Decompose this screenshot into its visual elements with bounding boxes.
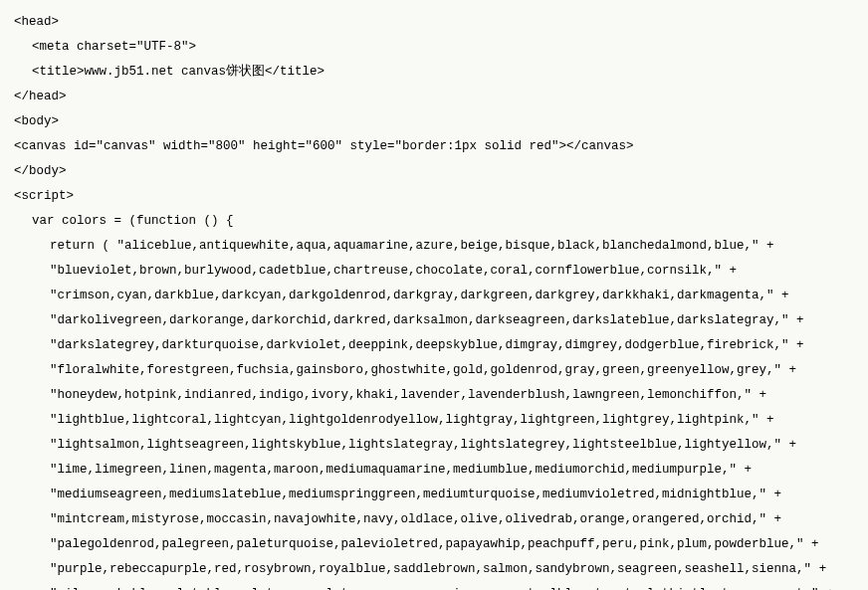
code-line: <meta charset="UTF-8"> [14,35,854,60]
code-line: "lime,limegreen,linen,magenta,maroon,med… [14,458,854,483]
code-line: var colors = (function () { [14,209,854,234]
code-line: "crimson,cyan,darkblue,darkcyan,darkgold… [14,284,854,308]
code-line: "palegoldenrod,palegreen,paleturquoise,p… [14,532,854,557]
code-line: "mediumseagreen,mediumslateblue,mediumsp… [14,483,854,507]
code-block: <head><meta charset="UTF-8"><title>www.j… [14,10,854,590]
code-line: "blueviolet,brown,burlywood,cadetblue,ch… [14,259,854,284]
code-line: "floralwhite,forestgreen,fuchsia,gainsbo… [14,358,854,383]
code-line: <script> [14,184,854,209]
code-line: </head> [14,85,854,109]
code-line: "mintcream,mistyrose,moccasin,navajowhit… [14,507,854,532]
code-line: <body> [14,109,854,134]
code-line: "darkslategrey,darkturquoise,darkviolet,… [14,333,854,358]
code-line: "lightsalmon,lightseagreen,lightskyblue,… [14,433,854,458]
code-line: "lightblue,lightcoral,lightcyan,lightgol… [14,408,854,433]
code-line: "honeydew,hotpink,indianred,indigo,ivory… [14,383,854,408]
code-line: <canvas id="canvas" width="800" height="… [14,134,854,159]
code-line: "silver,skyblue,slateblue,slategray,slat… [14,582,854,590]
code-line: "purple,rebeccapurple,red,rosybrown,roya… [14,557,854,582]
code-line: "darkolivegreen,darkorange,darkorchid,da… [14,308,854,333]
code-line: return ( "aliceblue,antiquewhite,aqua,aq… [14,234,854,259]
code-line: <head> [14,10,854,35]
code-line: <title>www.jb51.net canvas饼状图</title> [14,60,854,85]
code-line: </body> [14,159,854,184]
